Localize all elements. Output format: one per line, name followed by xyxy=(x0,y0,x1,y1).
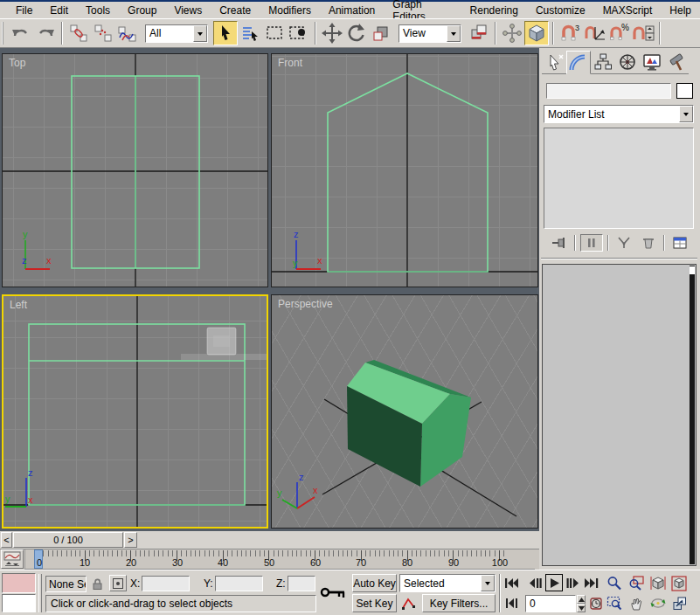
previous-frame-button[interactable] xyxy=(526,575,543,591)
viewport-top[interactable]: y x z Top xyxy=(2,53,268,287)
zoom-button[interactable] xyxy=(606,575,623,591)
selection-filter-dropdown-button[interactable] xyxy=(193,25,207,42)
angle-snap-toggle-button[interactable] xyxy=(582,21,606,45)
set-keys-button[interactable] xyxy=(317,579,349,605)
menu-modifiers[interactable]: Modifiers xyxy=(260,3,320,18)
reference-coordinate-system-combo[interactable]: View xyxy=(399,24,461,43)
select-object-button[interactable] xyxy=(213,21,238,45)
menu-tools[interactable]: Tools xyxy=(77,3,119,18)
current-frame-field[interactable]: 0 xyxy=(525,595,576,612)
set-key-button[interactable]: Set Key xyxy=(352,594,397,612)
menu-group[interactable]: Group xyxy=(119,3,165,18)
menu-rendering[interactable]: Rendering xyxy=(461,3,527,18)
rollout-area[interactable] xyxy=(542,264,697,566)
rollout-scrollbar[interactable] xyxy=(690,266,695,564)
toolbar-grip[interactable] xyxy=(2,22,6,45)
top-viewport-canvas[interactable]: y x z xyxy=(3,54,268,287)
menu-customize[interactable]: Customize xyxy=(527,3,594,18)
object-color-swatch[interactable] xyxy=(676,83,693,99)
rectangular-selection-region-button[interactable] xyxy=(262,21,287,45)
selection-filter-combo[interactable]: All xyxy=(145,24,208,43)
window-crossing-toggle-button[interactable] xyxy=(287,21,311,45)
show-end-result-button[interactable] xyxy=(580,234,603,252)
time-slider-next-button[interactable]: > xyxy=(124,532,137,548)
modifier-list-dropdown-button[interactable] xyxy=(679,106,693,122)
key-filters-button[interactable]: Key Filters... xyxy=(422,594,496,612)
select-and-manipulate-button[interactable] xyxy=(500,21,524,45)
absolute-offset-mode-toggle[interactable] xyxy=(109,575,127,591)
y-coordinate-field[interactable] xyxy=(215,576,263,591)
select-and-rotate-button[interactable] xyxy=(344,21,369,45)
configure-modifier-sets-button[interactable] xyxy=(669,234,690,252)
default-in-out-tangents-button[interactable] xyxy=(399,594,419,612)
time-slider-prev-button[interactable]: < xyxy=(1,532,12,548)
pin-stack-button[interactable] xyxy=(549,234,570,252)
go-to-end-button[interactable] xyxy=(583,575,600,591)
modifier-stack-list[interactable] xyxy=(544,128,694,229)
perspective-viewport-canvas[interactable]: z x y xyxy=(272,295,538,529)
redo-button[interactable] xyxy=(33,21,58,45)
bind-to-space-warp-button[interactable] xyxy=(115,21,140,45)
menu-help[interactable]: Help xyxy=(661,3,700,18)
menu-create[interactable]: Create xyxy=(211,3,260,18)
maxscript-listener-input[interactable] xyxy=(2,594,36,612)
key-mode-toggle-button[interactable] xyxy=(503,595,520,612)
time-configuration-button[interactable] xyxy=(588,595,605,612)
make-unique-button[interactable] xyxy=(613,234,634,252)
remove-modifier-button[interactable] xyxy=(638,234,659,252)
time-slider-handle[interactable]: 0 / 100 xyxy=(13,532,123,548)
track-bar-ruler[interactable]: 0 10 20 30 40 50 60 70 80 90 100 xyxy=(24,549,535,570)
house-wireframe-top[interactable] xyxy=(72,76,199,268)
zoom-extents-button[interactable] xyxy=(649,575,667,591)
tab-display[interactable] xyxy=(640,51,664,74)
select-by-name-button[interactable] xyxy=(238,21,262,45)
menu-maxscript[interactable]: MAXScript xyxy=(594,3,662,18)
key-filter-dropdown-button[interactable] xyxy=(481,575,495,591)
z-coordinate-field[interactable] xyxy=(288,576,315,591)
open-mini-curve-editor-button[interactable] xyxy=(1,549,24,569)
maxscript-listener-macro[interactable] xyxy=(2,573,36,593)
left-viewport-canvas[interactable]: z y x xyxy=(3,296,267,527)
key-filter-scope-combo[interactable]: Selected xyxy=(399,574,496,592)
zoom-all-button[interactable] xyxy=(627,575,645,591)
menu-edit[interactable]: Edit xyxy=(41,3,77,18)
next-frame-button[interactable] xyxy=(565,575,581,591)
modifier-list-combo[interactable]: Modifier List xyxy=(544,105,694,123)
unlink-selection-button[interactable] xyxy=(91,21,115,45)
menu-views[interactable]: Views xyxy=(165,3,211,18)
snap-toggle-button[interactable] xyxy=(524,21,549,45)
menu-file[interactable]: File xyxy=(7,3,41,18)
zoom-extents-all-button[interactable] xyxy=(670,575,688,591)
percent-snap-toggle-button[interactable]: % xyxy=(606,21,631,45)
object-name-field[interactable] xyxy=(546,83,671,99)
tab-motion[interactable] xyxy=(615,51,640,74)
menu-animation[interactable]: Animation xyxy=(320,3,384,18)
undo-button[interactable] xyxy=(9,21,33,45)
tab-hierarchy[interactable] xyxy=(591,51,615,74)
coordinate-system-dropdown-button[interactable] xyxy=(447,25,461,42)
listener-splitter[interactable] xyxy=(38,574,42,612)
viewport-perspective[interactable]: z x y Perspective xyxy=(271,294,538,529)
house-object[interactable] xyxy=(347,360,471,487)
arc-rotate-button[interactable] xyxy=(649,595,667,612)
viewport-front[interactable]: z x y Front xyxy=(271,53,538,287)
tab-modify[interactable] xyxy=(566,51,591,74)
front-viewport-canvas[interactable]: z x y xyxy=(272,54,538,287)
frame-spinner[interactable] xyxy=(577,595,586,612)
pan-view-button[interactable] xyxy=(627,595,645,612)
select-and-scale-button[interactable] xyxy=(369,21,393,45)
rollout-scrollbar-thumb[interactable] xyxy=(690,266,695,274)
use-pivot-point-center-button[interactable] xyxy=(467,21,491,45)
selection-lock-toggle[interactable] xyxy=(89,576,104,591)
select-and-move-button[interactable] xyxy=(320,21,344,45)
auto-key-button[interactable]: Auto Key xyxy=(352,574,397,592)
minmax-toggle-button[interactable] xyxy=(670,595,688,612)
play-animation-button[interactable] xyxy=(545,574,563,591)
x-coordinate-field[interactable] xyxy=(142,576,190,591)
select-and-link-button[interactable] xyxy=(66,21,91,45)
tab-create[interactable] xyxy=(542,51,566,74)
time-slider-track[interactable]: < 0 / 100 > xyxy=(0,531,539,549)
spinner-snap-toggle-button[interactable] xyxy=(631,21,655,45)
tab-utilities[interactable] xyxy=(664,51,689,74)
region-zoom-button[interactable] xyxy=(606,595,623,612)
